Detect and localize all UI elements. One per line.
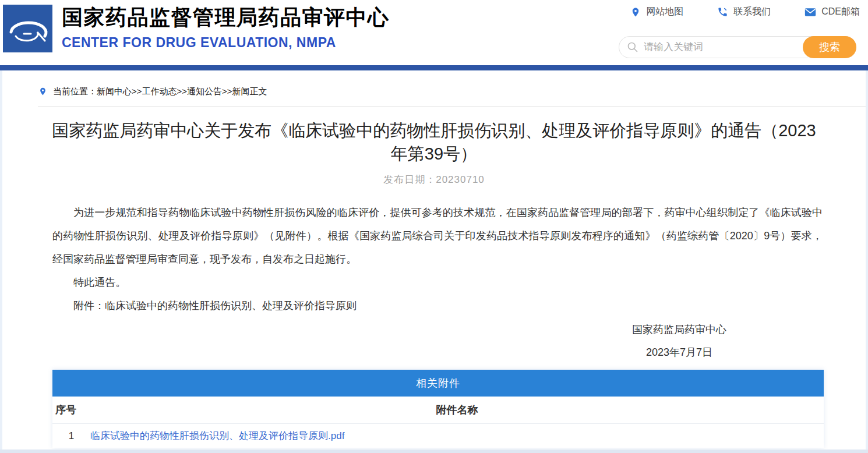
link-cde-mail-label: CDE邮箱	[821, 6, 860, 18]
link-cde-mail[interactable]: CDE邮箱	[805, 6, 860, 18]
breadcrumb-divider	[38, 106, 866, 107]
link-sitemap-label: 网站地图	[646, 6, 683, 18]
attachments-header-row: 序号 附件名称	[52, 397, 824, 424]
attachments-table: 相关附件 序号 附件名称 1 临床试验中的药物性肝损伤识别、处理及评价指导原则.…	[52, 370, 824, 448]
location-pin-icon	[38, 86, 47, 97]
cde-logo[interactable]	[3, 5, 52, 52]
article-body: 为进一步规范和指导药物临床试验中药物性肝损伤风险的临床评价，提供可参考的技术规范…	[52, 201, 823, 317]
signature-date: 2023年7月7日	[580, 341, 778, 364]
link-sitemap[interactable]: 网站地图	[630, 6, 683, 18]
header-divider-bar	[0, 65, 868, 70]
attachments-section-title: 相关附件	[52, 370, 824, 397]
mail-icon	[805, 8, 816, 17]
attachment-row-number: 1	[52, 430, 90, 442]
page-bottom-strip	[0, 450, 868, 453]
site-title-cn: 国家药品监督管理局药品审评中心	[62, 5, 390, 30]
link-contact-label: 联系我们	[733, 6, 771, 18]
table-row: 1 临床试验中的药物性肝损伤识别、处理及评价指导原则.pdf	[52, 424, 824, 448]
article-paragraph: 特此通告。	[52, 271, 823, 294]
link-contact[interactable]: 联系我们	[717, 6, 771, 18]
site-title-en: CENTER FOR DRUG EVALUATION, NMPA	[62, 35, 390, 51]
signature-org: 国家药监局药审中心	[580, 318, 778, 341]
article-paragraph: 附件：临床试验中的药物性肝损伤识别、处理及评价指导原则	[52, 294, 823, 317]
search-bar: 搜索	[619, 36, 856, 58]
breadcrumb: 当前位置：新闻中心>>工作动态>>通知公告>>新闻正文	[38, 86, 866, 97]
article-paragraph: 为进一步规范和指导药物临床试验中药物性肝损伤风险的临床评价，提供可参考的技术规范…	[52, 201, 823, 271]
attachment-pdf-link[interactable]: 临床试验中的药物性肝损伤识别、处理及评价指导原则.pdf	[90, 430, 344, 441]
header-quick-links: 网站地图 联系我们 CDE邮箱	[630, 6, 860, 18]
column-header-no: 序号	[52, 403, 90, 417]
search-icon	[627, 41, 638, 53]
column-header-name: 附件名称	[90, 403, 824, 417]
signature-block: 国家药监局药审中心 2023年7月7日	[580, 318, 778, 364]
site-title-block: 国家药品监督管理局药品审评中心 CENTER FOR DRUG EVALUATI…	[62, 5, 390, 51]
site-header: 国家药品监督管理局药品审评中心 CENTER FOR DRUG EVALUATI…	[0, 0, 868, 65]
map-pin-icon	[630, 6, 641, 18]
publish-date: 发布日期：20230710	[2, 173, 866, 186]
search-button[interactable]: 搜索	[803, 36, 856, 58]
breadcrumb-path: 当前位置：新闻中心>>工作动态>>通知公告>>新闻正文	[53, 86, 267, 97]
article-title: 国家药监局药审中心关于发布《临床试验中的药物性肝损伤识别、处理及评价指导原则》的…	[2, 119, 866, 165]
phone-icon	[717, 6, 728, 17]
main-content-panel: 当前位置：新闻中心>>工作动态>>通知公告>>新闻正文 国家药监局药审中心关于发…	[2, 70, 866, 450]
